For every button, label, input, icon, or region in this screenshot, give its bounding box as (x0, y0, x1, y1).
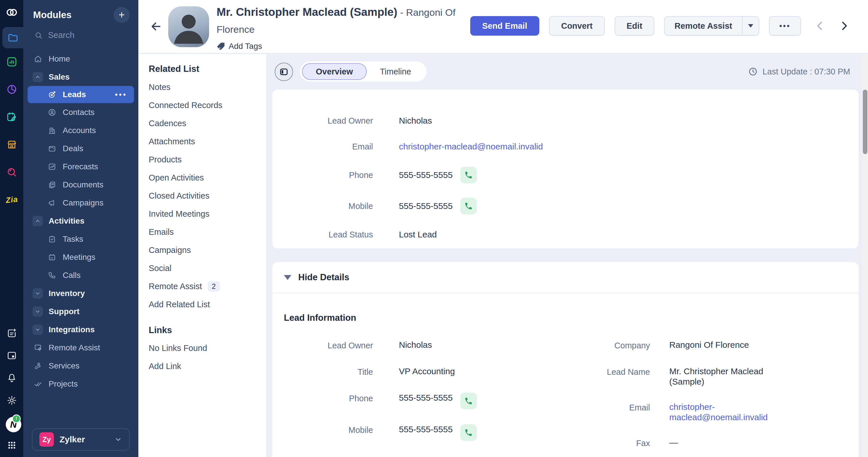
rail-item-analytics[interactable] (5, 55, 19, 68)
rail-item-reports[interactable] (5, 83, 19, 96)
rail-item-add-note[interactable] (6, 327, 18, 339)
sidebar-group-support[interactable]: Support (23, 302, 138, 321)
related-item-closed-activities[interactable]: Closed Activities (149, 187, 266, 205)
sidebar-item-deals[interactable]: Deals (23, 139, 138, 158)
sidebar-item-remote-assist[interactable]: Remote Assist (23, 338, 138, 357)
rail-item-modules-active[interactable] (2, 27, 23, 48)
rail-item-planner[interactable] (5, 110, 19, 124)
sidebar-item-forecasts[interactable]: Forecasts (23, 158, 138, 175)
sidebar-search[interactable]: Search (34, 30, 129, 40)
back-button[interactable] (150, 20, 162, 33)
rail-item-zoom-search[interactable] (5, 166, 19, 179)
zia-icon[interactable]: Zia (4, 193, 19, 207)
record-title-block: Mr. Christopher Maclead (Sample) - Rango… (217, 5, 470, 51)
related-item-invited-meetings[interactable]: Invited Meetings (149, 205, 266, 223)
sidebar-item-services[interactable]: Services (23, 357, 138, 375)
hide-details-toggle[interactable]: Hide Details (272, 262, 859, 293)
field-row: Fax — (565, 437, 847, 449)
sidebar-item-contacts[interactable]: Contacts (23, 103, 138, 121)
sidebar-item-accounts[interactable]: Accounts (23, 121, 138, 139)
related-item-open-activities[interactable]: Open Activities (149, 169, 266, 187)
rail-item-panel[interactable] (6, 350, 18, 362)
user-avatar-n[interactable]: N ! (6, 417, 18, 429)
prev-record-icon[interactable] (814, 20, 826, 32)
sidebar-item-documents[interactable]: Documents (23, 175, 138, 194)
related-item-attachments[interactable]: Attachments (149, 132, 266, 151)
rail-item-settings[interactable] (6, 394, 18, 406)
add-module-button[interactable]: + (114, 7, 130, 23)
accounts-icon (48, 126, 56, 135)
rail-item-apps-grid[interactable] (6, 439, 18, 451)
leads-more-icon[interactable]: ••• (115, 90, 127, 99)
remote-assist-count-badge: 2 (208, 281, 220, 292)
add-related-list-link[interactable]: Add Related List (149, 295, 266, 314)
view-tab-bar: Overview Timeline Last Update : 07:30 PM (268, 54, 868, 90)
call-mobile-button[interactable] (460, 424, 477, 441)
email-link[interactable]: christopher-maclead@noemail.invalid (669, 402, 797, 423)
chevron-up-icon[interactable] (32, 216, 43, 226)
sidebar-item-meetings[interactable]: Meetings (23, 248, 138, 266)
chevron-up-icon[interactable] (32, 72, 43, 82)
main-scrollbar-thumb[interactable] (863, 90, 867, 154)
call-mobile-button[interactable] (460, 198, 477, 215)
sidebar-item-campaigns[interactable]: Campaigns (23, 194, 138, 212)
rail-item-marketplace[interactable] (5, 138, 19, 151)
related-item-products[interactable]: Products (149, 151, 266, 169)
sidebar-item-home[interactable]: Home (23, 50, 138, 68)
chevron-down-icon[interactable] (32, 306, 43, 317)
chevron-down-icon[interactable] (32, 288, 43, 299)
edit-button[interactable]: Edit (615, 16, 655, 36)
services-icon (34, 362, 42, 370)
field-row: Lead Source Cold Call (284, 456, 565, 457)
sidebar-title: Modules (33, 9, 72, 21)
panel-toggle-icon (279, 67, 289, 77)
add-link-link[interactable]: Add Link (149, 357, 266, 376)
search-placeholder: Search (48, 30, 74, 40)
record-actions: Send Email Convert Edit Remote Assist ••… (470, 16, 850, 36)
leads-target-icon (48, 90, 56, 99)
related-item-social[interactable]: Social (149, 259, 266, 278)
related-item-connected-records[interactable]: Connected Records (149, 96, 266, 115)
related-item-remote-assist[interactable]: Remote Assist 2 (149, 278, 266, 295)
contacts-icon (48, 108, 56, 117)
sidebar-item-projects[interactable]: Projects (23, 375, 138, 393)
apps-grid-icon (7, 440, 17, 450)
related-item-campaigns[interactable]: Campaigns (149, 241, 266, 259)
sidebar-item-calls[interactable]: Calls (23, 266, 138, 284)
sidebar-group-integrations[interactable]: Integrations (23, 321, 138, 338)
collapse-panel-button[interactable] (275, 63, 293, 81)
chevron-down-icon[interactable] (32, 325, 43, 335)
related-item-emails[interactable]: Emails (149, 223, 266, 241)
call-phone-button[interactable] (460, 167, 477, 184)
email-link[interactable]: christopher-maclead@noemail.invalid (399, 141, 543, 152)
forecasts-icon (48, 162, 56, 171)
rail-item-notifications[interactable] (6, 372, 18, 384)
sidebar-group-inventory[interactable]: Inventory (23, 284, 138, 302)
phone-value: 555-555-5555 (399, 393, 453, 403)
field-row: Mobile 555-555-5555 (284, 198, 847, 215)
next-record-icon[interactable] (838, 20, 850, 32)
remote-assist-dropdown[interactable] (742, 17, 759, 35)
tab-overview[interactable]: Overview (302, 63, 367, 80)
related-item-notes[interactable]: Notes (149, 78, 266, 96)
send-email-button[interactable]: Send Email (470, 16, 539, 36)
add-tags-button[interactable]: Add Tags (217, 42, 470, 51)
field-row: Lead Owner Nicholas (284, 340, 565, 351)
more-actions-button[interactable]: ••• (769, 16, 801, 36)
mobile-value: 555-555-5555 (399, 424, 453, 434)
call-phone-button[interactable] (460, 393, 477, 409)
main-scrollbar-track[interactable] (862, 54, 868, 457)
remote-assist-split-button[interactable]: Remote Assist (664, 16, 759, 36)
tab-timeline[interactable]: Timeline (367, 63, 425, 80)
lead-source-value: Cold Call (399, 456, 434, 457)
sidebar-item-leads[interactable]: Leads ••• (28, 86, 134, 103)
field-row: Phone 555-555-5555 (284, 167, 847, 184)
convert-button[interactable]: Convert (549, 16, 605, 36)
sidebar-group-activities[interactable]: Activities (23, 212, 138, 230)
lead-avatar[interactable] (168, 6, 209, 47)
sidebar-item-tasks[interactable]: Tasks (23, 230, 138, 248)
lead-information-heading: Lead Information (284, 312, 859, 324)
sidebar-group-sales[interactable]: Sales (23, 68, 138, 86)
org-switcher[interactable]: Zy Zylker (32, 428, 130, 451)
related-item-cadences[interactable]: Cadences (149, 115, 266, 132)
